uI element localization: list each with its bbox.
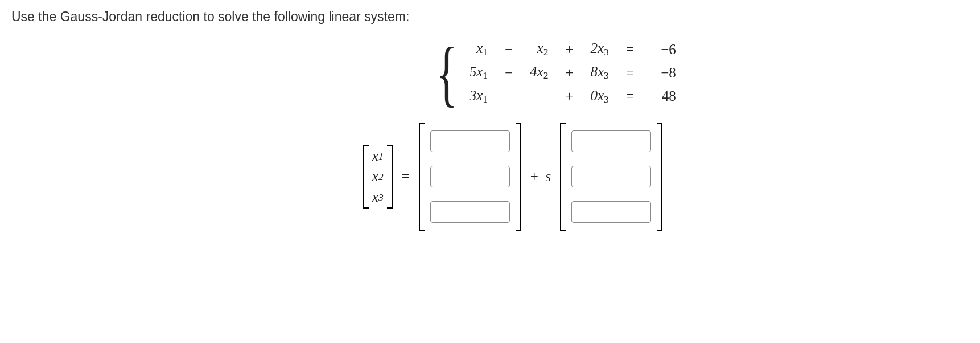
- parameter-s: s: [545, 169, 551, 184]
- right-bracket-icon: [657, 122, 662, 231]
- direction-input-2[interactable]: [571, 166, 651, 187]
- eq1-rhs: −6: [651, 42, 676, 58]
- eq2-term1: 5x1: [470, 64, 488, 81]
- eq3-term3: 0x3: [590, 88, 608, 105]
- eq2-op2: +: [561, 65, 578, 81]
- particular-input-1[interactable]: [430, 130, 510, 152]
- var-x2: x2: [372, 169, 384, 185]
- question-text: Use the Gauss-Jordan reduction to solve …: [11, 9, 969, 24]
- variable-vector: x1 x2 x3: [363, 145, 393, 209]
- eq1-term2: x2: [530, 40, 548, 58]
- particular-vector: [419, 122, 521, 231]
- eq1-equals: =: [621, 42, 639, 58]
- eq3-term1: 3x1: [470, 88, 488, 105]
- particular-input-2[interactable]: [430, 166, 510, 187]
- eq1-term1: x1: [470, 40, 488, 58]
- eq2-rhs: −8: [651, 65, 676, 81]
- var-x1: x1: [372, 148, 384, 164]
- left-brace-icon: {: [437, 40, 458, 105]
- eq2-term3: 8x3: [590, 64, 608, 81]
- eq1-op1: −: [500, 42, 517, 58]
- right-bracket-icon: [516, 122, 521, 231]
- var-x3: x3: [372, 189, 384, 205]
- eq2-op1: −: [500, 65, 517, 81]
- left-bracket-icon: [363, 145, 369, 209]
- particular-input-3[interactable]: [430, 201, 510, 223]
- eq2-equals: =: [621, 65, 639, 81]
- direction-input-3[interactable]: [571, 201, 651, 223]
- left-bracket-icon: [560, 122, 566, 231]
- left-bracket-icon: [419, 122, 425, 231]
- direction-vector: [560, 122, 662, 231]
- math-content: { x1 − x2 + 2x3 = −6 5x1 − 4x2 + 8x3 = −…: [11, 40, 969, 231]
- direction-input-1[interactable]: [571, 130, 651, 152]
- eq3-equals: =: [621, 88, 639, 104]
- eq2-term2: 4x2: [530, 64, 548, 81]
- eq3-rhs: 48: [651, 88, 676, 104]
- plus-sign: + s: [530, 169, 551, 185]
- equation-grid: x1 − x2 + 2x3 = −6 5x1 − 4x2 + 8x3 = −8 …: [470, 40, 676, 105]
- equals-sign: =: [402, 169, 410, 185]
- solution-row: x1 x2 x3 = + s: [363, 122, 662, 231]
- linear-system: { x1 − x2 + 2x3 = −6 5x1 − 4x2 + 8x3 = −…: [429, 40, 676, 105]
- eq1-op2: +: [561, 42, 578, 58]
- eq3-op2: +: [561, 88, 578, 104]
- eq1-term3: 2x3: [590, 40, 608, 58]
- right-bracket-icon: [387, 145, 393, 209]
